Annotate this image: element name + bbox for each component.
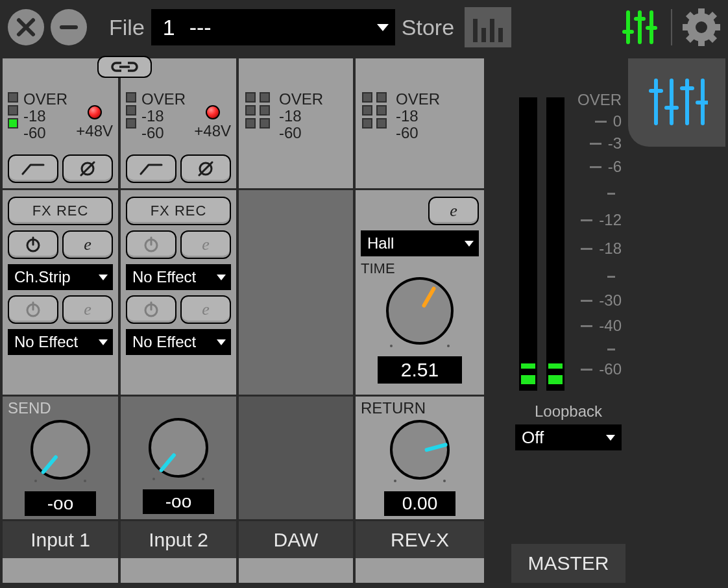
phase-icon [195, 160, 216, 178]
fx2-edit-button[interactable]: e [180, 295, 231, 324]
svg-rect-3 [683, 24, 690, 31]
fx-rec-button[interactable]: FX REC [8, 197, 113, 225]
minus-icon [58, 17, 79, 38]
main: OVER-18-60 +48V FX REC [0, 55, 728, 585]
channel-head: OVER-18-60 [356, 58, 484, 188]
e-icon: e [84, 300, 91, 319]
bars-icon [473, 19, 478, 42]
channel-name[interactable]: Input 1 [3, 519, 118, 558]
master-meter-left [519, 97, 537, 391]
input-meter: OVER-18-60 [8, 91, 67, 141]
chevron-down-icon [99, 339, 108, 345]
sliders-icon [619, 8, 661, 46]
fx2-power-button[interactable] [126, 295, 176, 324]
channel-name[interactable]: Input 2 [121, 519, 236, 558]
revx-edit-button[interactable]: e [428, 197, 479, 225]
fx2-power-button[interactable] [8, 295, 58, 324]
send-knob[interactable] [30, 420, 90, 480]
e-icon: e [202, 300, 210, 319]
channel-name[interactable]: REV-X [356, 519, 484, 558]
e-icon: e [450, 201, 457, 221]
time-label: TIME [361, 260, 479, 277]
svg-rect-1 [698, 8, 705, 16]
channel-input2: OVER-18-60 +48V FX REC e No Effect [121, 58, 236, 583]
channel-head: OVER-18-60 +48V [121, 58, 236, 188]
chevron-down-icon [217, 339, 226, 345]
chevron-down-icon [465, 241, 474, 247]
return-knob[interactable] [390, 420, 450, 480]
stereo-meter [245, 92, 270, 139]
fx1-select[interactable]: No Effect [126, 264, 231, 290]
send-section: -oo [121, 395, 236, 519]
master-meter-right [546, 97, 564, 391]
stereo-meter [362, 92, 387, 139]
return-value: 0.00 [384, 491, 455, 516]
phantom-led-icon [88, 105, 102, 119]
revx-section: e Hall TIME 2.51 [356, 188, 484, 395]
divider [671, 9, 672, 45]
close-icon [16, 17, 36, 38]
loopback-label: Loopback [511, 402, 625, 421]
channel-daw: OVER-18-60 DAW [239, 58, 353, 583]
phase-icon [77, 160, 98, 178]
fx-section: FX REC e No Effect e No Effect [121, 188, 236, 395]
send-value: -oo [25, 491, 96, 516]
power-icon [25, 236, 42, 253]
revx-type-select[interactable]: Hall [361, 230, 479, 256]
faders-icon [646, 77, 708, 127]
return-section: RETURN 0.00 [356, 395, 484, 519]
preset-name: --- [189, 15, 212, 40]
channel-view-button[interactable] [628, 58, 725, 147]
fx1-edit-button[interactable]: e [180, 230, 231, 259]
phantom-power[interactable]: +48V [194, 105, 231, 140]
file-label: File [109, 15, 145, 40]
chevron-down-icon [217, 275, 226, 280]
minimize-button[interactable] [51, 9, 87, 45]
store-button[interactable]: Store [402, 15, 454, 40]
send-knob[interactable] [149, 418, 208, 478]
send-value: -oo [143, 489, 214, 514]
master-section: OVER 0 -3 -6 -12 -18 -30 -40 -60 Loopbac… [511, 58, 625, 583]
fx2-edit-button[interactable]: e [62, 295, 113, 324]
power-icon [143, 236, 160, 253]
hpf-button[interactable] [8, 154, 58, 183]
svg-rect-4 [712, 24, 720, 31]
fx1-edit-button[interactable]: e [62, 230, 113, 259]
phantom-power[interactable]: +48V [76, 105, 113, 140]
channel-strip-area: OVER-18-60 +48V FX REC [3, 58, 509, 583]
master-name[interactable]: MASTER [511, 544, 625, 583]
fx2-select[interactable]: No Effect [126, 329, 231, 355]
hpf-icon [138, 161, 164, 177]
meter-view-button[interactable] [465, 7, 511, 47]
toolbar: File 1 --- Store [0, 0, 728, 55]
chevron-down-icon [377, 24, 389, 31]
settings-button[interactable] [683, 8, 720, 46]
time-value: 2.51 [378, 356, 462, 384]
fx1-power-button[interactable] [126, 230, 176, 259]
channel-input1: OVER-18-60 +48V FX REC [3, 58, 118, 583]
stereo-link-button[interactable] [97, 56, 152, 78]
fx2-select[interactable]: No Effect [8, 329, 113, 355]
fx1-power-button[interactable] [8, 230, 58, 259]
close-button[interactable] [8, 9, 44, 45]
preset-number: 1 [163, 15, 175, 40]
master-scale: OVER 0 -3 -6 -12 -18 -30 -40 -60 [577, 91, 622, 379]
mixer-view-button[interactable] [619, 8, 661, 46]
preset-select[interactable]: 1 --- [151, 9, 395, 45]
hpf-button[interactable] [126, 154, 176, 183]
channel-name[interactable]: DAW [239, 519, 353, 558]
link-icon [110, 60, 139, 74]
phase-button[interactable] [180, 154, 231, 183]
channel-head: OVER-18-60 [239, 58, 353, 188]
fx1-select[interactable]: Ch.Strip [8, 264, 113, 290]
channel-head: OVER-18-60 +48V [3, 58, 118, 188]
input-meter: OVER-18-60 [126, 91, 186, 141]
fx-rec-button[interactable]: FX REC [126, 197, 231, 225]
e-icon: e [202, 235, 210, 254]
return-label: RETURN [361, 399, 479, 417]
svg-point-9 [696, 21, 707, 33]
loopback-select[interactable]: Off [515, 424, 622, 450]
phase-button[interactable] [62, 154, 113, 183]
hpf-icon [20, 161, 46, 177]
time-knob[interactable] [386, 277, 454, 345]
